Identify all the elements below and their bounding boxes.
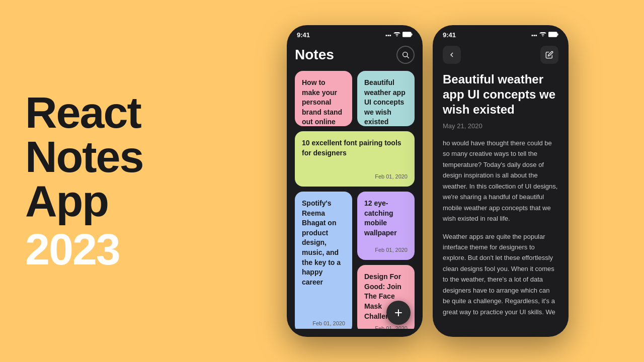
back-button[interactable]	[443, 46, 461, 64]
notes-list-title: Notes	[295, 47, 334, 63]
note-card-1[interactable]: How to make your personal brand stand ou…	[295, 71, 352, 126]
detail-note-body: ho would have thought there could be so …	[443, 138, 558, 324]
search-button[interactable]	[396, 46, 415, 64]
note-card-3-text: 10 excellent font pairing tools for desi…	[302, 138, 408, 169]
status-time-1: 9:41	[297, 31, 310, 39]
note-card-3-date: Feb 01, 2020	[375, 173, 408, 179]
note-card-6-date: Feb 01, 2020	[375, 325, 408, 329]
status-bar-1: 9:41 ▪▪▪	[287, 25, 423, 42]
status-icons-2: ▪▪▪	[531, 31, 558, 39]
phones-section: 9:41 ▪▪▪ Notes How to	[211, 15, 644, 347]
svg-rect-5	[557, 34, 558, 36]
left-section: React Notes App 2023	[0, 60, 211, 302]
signal-icon-1: ▪▪▪	[385, 32, 391, 38]
app-year: 2023	[25, 227, 186, 272]
note-card-4-text: Spotify's Reema Bhagat on product design…	[302, 199, 345, 316]
detail-note-title: Beautiful weather app UI concepts we wis…	[443, 72, 558, 117]
phone2-content: Beautiful weather app UI concepts we wis…	[433, 42, 569, 337]
note-card-3[interactable]: 10 excellent font pairing tools for desi…	[295, 131, 415, 187]
detail-note-para-2: Weather apps are quite the popular inter…	[443, 231, 558, 318]
wifi-icon-1	[393, 32, 400, 38]
app-title: React Notes App	[25, 90, 186, 223]
note-card-5[interactable]: 12 eye-catching mobile wallpaper Feb 01,…	[357, 192, 415, 260]
fab-plus-icon: +	[394, 306, 403, 320]
phone1-content: Notes How to make your personal brand st…	[287, 42, 423, 337]
note-card-2[interactable]: Beautiful weather app UI concepts we wis…	[357, 71, 415, 126]
fab-add-button[interactable]: +	[386, 301, 411, 325]
status-bar-2: 9:41 ▪▪▪	[433, 25, 569, 42]
svg-line-3	[407, 56, 409, 58]
battery-icon-2	[548, 31, 558, 39]
phone-note-detail: 9:41 ▪▪▪ Beautiful weather app	[433, 25, 569, 337]
notes-header: Notes	[295, 46, 415, 64]
edit-button[interactable]	[540, 46, 558, 64]
notes-grid: How to make your personal brand stand ou…	[295, 71, 415, 329]
svg-rect-1	[412, 34, 413, 36]
battery-icon-1	[403, 31, 413, 39]
status-time-2: 9:41	[443, 31, 456, 39]
svg-rect-0	[403, 32, 411, 37]
wifi-icon-2	[539, 32, 546, 38]
note-card-5-text: 12 eye-catching mobile wallpaper	[364, 199, 408, 243]
svg-point-2	[403, 52, 408, 57]
phone-notes-list: 9:41 ▪▪▪ Notes How to	[287, 25, 423, 337]
detail-note-date: May 21, 2020	[443, 122, 558, 130]
note-card-5-date: Feb 01, 2020	[375, 247, 408, 253]
status-icons-1: ▪▪▪	[385, 31, 413, 39]
signal-icon-2: ▪▪▪	[531, 32, 537, 38]
svg-rect-4	[548, 32, 557, 37]
note-card-4-date: Feb 01, 2020	[312, 320, 345, 326]
note-card-1-text: How to make your personal brand stand ou…	[302, 78, 345, 127]
detail-header	[443, 46, 558, 64]
note-card-2-text: Beautiful weather app UI concepts we wis…	[364, 78, 408, 127]
note-card-4[interactable]: Spotify's Reema Bhagat on product design…	[295, 192, 352, 329]
detail-note-para-1: ho would have thought there could be so …	[443, 138, 558, 224]
